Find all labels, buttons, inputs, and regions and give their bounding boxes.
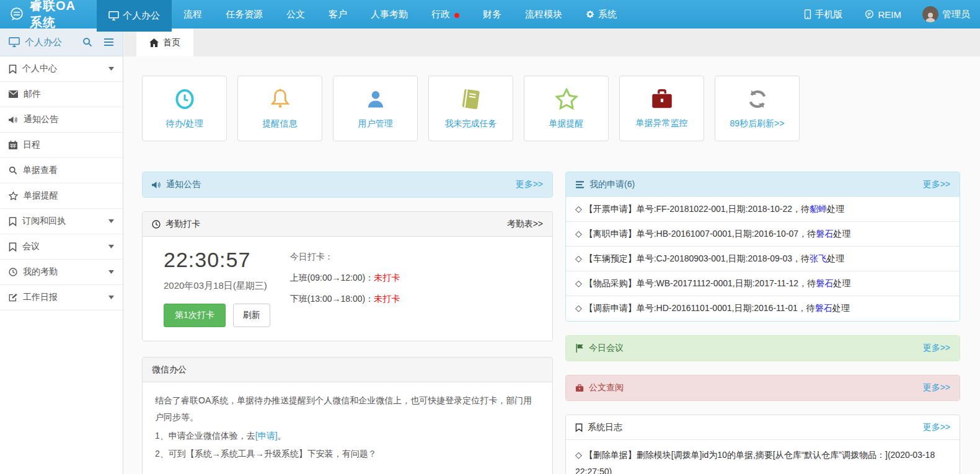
application-text: ◇ 【调薪申请】单号:HD-20161101-0001,日期:2016-11-0… <box>575 303 815 314</box>
sidebar-item-personal-center[interactable]: 个人中心 <box>0 56 123 82</box>
search-icon[interactable] <box>82 37 92 47</box>
refresh-icon <box>746 88 769 110</box>
sidebar-item-work-report[interactable]: 工作日报 <box>0 285 123 310</box>
nav-item-system[interactable]: 系统 <box>574 0 629 29</box>
wechat-panel: 微信办公 结合了睿联OA系统，单据待办推送提醒到个人微信和企业微信上，也可快捷登… <box>142 357 553 474</box>
sidebar-item-notice[interactable]: 通知公告 <box>0 107 123 133</box>
sidebar-item-schedule[interactable]: 日程 <box>0 133 123 158</box>
today-meeting-more-link[interactable]: 更多>> <box>923 343 950 354</box>
mobile-version-link[interactable]: 手机版 <box>804 9 843 20</box>
main-menu: 个人办公 流程 任务资源 公文 客户 人事考勤 行政 财务 流程模块 系统 <box>97 0 629 29</box>
punch-in-button[interactable]: 第1次打卡 <box>164 304 226 327</box>
wechat-apply-line: 1、申请企业微信体验，去[申请]。 <box>155 428 540 444</box>
nav-item-hr-attendance[interactable]: 人事考勤 <box>359 0 420 29</box>
shift2-row: 下班(13:00→18:00)：未打卡 <box>290 294 400 305</box>
nav-label: 公文 <box>286 9 305 20</box>
handler-link[interactable]: 张飞 <box>810 253 827 265</box>
handler-link[interactable]: 磐石 <box>816 229 833 240</box>
volume-icon <box>9 116 18 124</box>
shift2-status: 未打卡 <box>374 294 400 304</box>
menu-bars-icon[interactable] <box>104 38 114 46</box>
syslog-panel: 系统日志 更多>> ◇ 【删除单据】删除模块[调拨单]id为10的单据,摘要[从… <box>565 415 960 474</box>
sidebar-item-doc-remind[interactable]: 单据提醒 <box>0 183 123 209</box>
nav-item-task-resource[interactable]: 任务资源 <box>214 0 275 29</box>
nav-item-administration[interactable]: 行政 <box>420 0 471 29</box>
my-applications-more-link[interactable]: 更多>> <box>923 179 950 190</box>
notification-dot <box>454 13 459 18</box>
nav-item-personal-office[interactable]: 个人办公 <box>97 0 172 32</box>
star-icon <box>9 191 18 200</box>
sidebar-item-my-attendance[interactable]: 我的考勤 <box>0 260 123 285</box>
nav-label: 系统 <box>598 9 617 20</box>
current-time: 22:30:57 <box>164 248 270 272</box>
card-refresh-countdown[interactable]: 89秒后刷新>> <box>715 76 800 141</box>
application-text: ◇ 【车辆预定】单号:CJ-20180903-001,日期:2018-09-03… <box>575 253 810 265</box>
briefcase-icon <box>575 384 584 392</box>
card-reminders[interactable]: 提醒信息 <box>237 76 322 141</box>
user-menu[interactable]: 管理员 <box>922 6 970 22</box>
refresh-button[interactable]: 刷新 <box>233 304 270 327</box>
chat-icon <box>864 9 875 19</box>
nav-label: 个人办公 <box>123 10 160 22</box>
attendance-sheet-link[interactable]: 考勤表>> <box>507 219 543 230</box>
syslog-more-link[interactable]: 更多>> <box>923 422 950 433</box>
card-user-management[interactable]: 用户管理 <box>333 76 418 141</box>
reim-link[interactable]: REIM <box>864 9 902 20</box>
handler-link[interactable]: 磐石 <box>815 303 832 314</box>
application-row[interactable]: ◇ 【开票申请】单号:FF-20181022-001,日期:2018-10-22… <box>566 197 960 222</box>
nav-item-official-doc[interactable]: 公文 <box>275 0 317 29</box>
main-area: 首页 待办/处理 提醒信息 用户管理 <box>124 29 980 474</box>
monitor-icon <box>9 37 20 47</box>
my-applications-panel: 我的申请(6) 更多>> ◇ 【开票申请】单号:FF-20181022-001,… <box>565 172 960 322</box>
wechat-body: 结合了睿联OA系统，单据待办推送提醒到个人微信和企业微信上，也可快捷登录定位打卡… <box>143 382 552 474</box>
application-row[interactable]: ◇ 【离职申请】单号:HB-20161007-0001,日期:2016-10-0… <box>566 222 960 247</box>
card-todo[interactable]: 待办/处理 <box>142 76 227 141</box>
card-doc-anomaly-monitor[interactable]: 单据异常监控 <box>619 76 704 141</box>
bookmark-icon <box>9 242 17 252</box>
card-unfinished-tasks[interactable]: 我未完成任务 <box>428 76 513 141</box>
handler-link[interactable]: 貂蝉 <box>810 204 827 215</box>
shift1-status: 未打卡 <box>374 273 400 283</box>
sidebar-item-doc-view[interactable]: 单据查看 <box>0 158 123 183</box>
sidebar-item-subscribe[interactable]: 订阅和回执 <box>0 209 123 234</box>
chevron-down-icon <box>108 67 114 71</box>
nav-label: 人事考勤 <box>371 9 408 20</box>
my-applications-title: 我的申请(6) <box>589 179 635 190</box>
chevron-down-icon <box>108 219 114 223</box>
wechat-intro-text: 结合了睿联OA系统，单据待办推送提醒到个人微信和企业微信上，也可快捷登录定位打卡… <box>155 392 540 426</box>
sidebar-item-mail[interactable]: 邮件 <box>0 82 123 107</box>
nav-item-finance[interactable]: 财务 <box>471 0 513 29</box>
application-suffix: 处理 <box>827 253 844 265</box>
nav-item-process[interactable]: 流程 <box>172 0 214 29</box>
sidebar-item-label: 日程 <box>23 139 40 151</box>
wechat-apply-link[interactable]: [申请] <box>255 431 278 441</box>
wechat-panel-header: 微信办公 <box>143 358 552 382</box>
user-icon <box>364 88 387 110</box>
nav-label: 行政 <box>431 9 450 20</box>
attendance-panel-title: 考勤打卡 <box>166 219 200 230</box>
sidebar-item-label: 邮件 <box>24 89 41 100</box>
doc-review-header: 公文查阅 更多>> <box>566 375 960 400</box>
wechat-apply-suffix: 。 <box>278 431 286 441</box>
tab-home[interactable]: 首页 <box>136 29 193 56</box>
chevron-down-icon <box>108 270 114 274</box>
syslog-entry[interactable]: ◇ 【删除单据】删除模块[调拨单]id为10的单据,摘要[从仓库“默认仓库”调拨… <box>566 440 960 474</box>
nav-item-process-module[interactable]: 流程模块 <box>513 0 574 29</box>
sidebar-item-meeting[interactable]: 会议 <box>0 234 123 260</box>
notice-more-link[interactable]: 更多>> <box>516 179 543 190</box>
gear-icon <box>586 10 594 19</box>
card-label: 单据异常监控 <box>636 118 688 129</box>
application-row[interactable]: ◇ 【车辆预定】单号:CJ-20180903-001,日期:2018-09-03… <box>566 247 960 271</box>
app-logo[interactable]: 睿联OA系统 <box>0 0 97 29</box>
wechat-panel-title: 微信办公 <box>152 364 187 375</box>
nav-item-customer[interactable]: 客户 <box>317 0 359 29</box>
application-row[interactable]: ◇ 【物品采购】单号:WB-20171112-0001,日期:2017-11-1… <box>566 271 960 296</box>
card-doc-remind[interactable]: 单据提醒 <box>524 76 609 141</box>
handler-link[interactable]: 磐石 <box>816 278 833 289</box>
application-text: ◇ 【物品采购】单号:WB-20171112-0001,日期:2017-11-1… <box>575 278 816 289</box>
brand-title: 睿联OA系统 <box>30 0 88 31</box>
doc-review-more-link[interactable]: 更多>> <box>923 382 950 393</box>
application-suffix: 处理 <box>827 204 844 215</box>
application-row[interactable]: ◇ 【调薪申请】单号:HD-20161101-0001,日期:2016-11-0… <box>566 296 960 321</box>
edit-icon <box>9 293 17 302</box>
